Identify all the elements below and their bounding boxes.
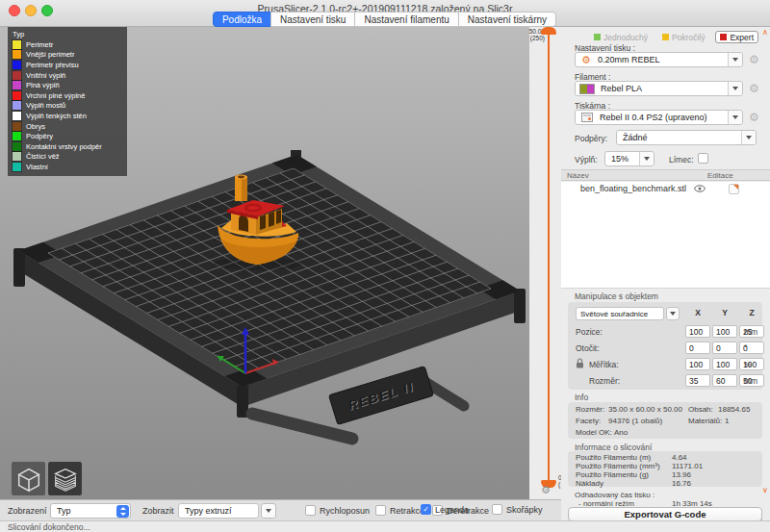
chevron-down-icon	[644, 157, 650, 161]
bed-name-plate: REBEL II REBEL II	[329, 366, 434, 424]
eye-visibility-icon[interactable]	[694, 185, 706, 192]
position-y-input[interactable]	[712, 325, 737, 338]
preview-layers-view-button[interactable]	[48, 462, 82, 495]
supports-combo[interactable]: Žádné	[616, 130, 757, 145]
object-list: ben_floating_benchmark.stl	[561, 182, 770, 289]
rotate-z-input[interactable]	[739, 342, 764, 354]
filament-m-label: Použito Filamentu (m)	[576, 453, 651, 462]
color-swatch	[13, 71, 21, 80]
color-swatch	[13, 132, 21, 140]
tab-printer-settings[interactable]: Nastavení tiskárny	[458, 12, 556, 27]
position-x-input[interactable]	[685, 325, 710, 338]
mode-expert-button[interactable]: Expert	[715, 31, 758, 43]
sidebar-scroll-up-icon[interactable]: ∧	[762, 29, 768, 37]
legend-checkbox[interactable]	[421, 504, 431, 515]
layer-slider-upper-handle[interactable]	[541, 27, 556, 35]
filament-dropdown-button[interactable]	[728, 82, 742, 95]
estimated-time-label: Odhadovaný čas tisku :	[575, 491, 654, 499]
advanced-mode-square-icon	[662, 34, 669, 40]
scale-y-input[interactable]	[712, 358, 737, 370]
scale-z-input[interactable]	[739, 358, 764, 370]
sidebar-scroll-down-icon[interactable]: ∨	[762, 487, 768, 494]
export-gcode-button[interactable]: Exportovat G-code	[568, 507, 762, 521]
3d-viewport[interactable]: REBEL II REBEL II	[0, 27, 529, 499]
filament-mm3-label: Použito Filamentu (mm³)	[576, 462, 660, 470]
mode-advanced-button[interactable]: Pokročilý	[658, 31, 708, 43]
printer-edit-gear-icon[interactable]: ⚙	[749, 112, 759, 123]
travel-checkbox[interactable]	[305, 505, 316, 516]
infill-dropdown-button[interactable]	[639, 152, 654, 165]
object-name: ben_floating_benchmark.stl	[561, 184, 694, 193]
object-list-row[interactable]: ben_floating_benchmark.stl	[561, 182, 770, 195]
retractions-checkbox[interactable]	[375, 505, 386, 516]
tab-plater[interactable]: Podložka	[213, 12, 271, 27]
chevron-down-icon	[670, 312, 676, 316]
legend-item: Vlastní	[13, 162, 122, 172]
show-dropdown-button[interactable]	[261, 503, 276, 519]
manipulation-panel: Světové souřadnice X Y Z Pozice: Otočit:…	[568, 302, 762, 390]
supports-dropdown-button[interactable]	[741, 131, 756, 144]
legend-item: Plná výplň	[13, 80, 122, 90]
scale-x-input[interactable]	[685, 358, 710, 370]
infill-combo[interactable]: 15%	[604, 151, 654, 166]
color-swatch	[13, 101, 21, 110]
bed-post-left	[13, 248, 25, 287]
legend-item: Vrchní plné výplně	[13, 90, 122, 101]
object-edit-icon[interactable]	[729, 184, 739, 194]
mode-simple-button[interactable]: Jednoduchý	[590, 31, 652, 43]
legend-item: Obrys	[13, 121, 122, 132]
color-swatch	[13, 61, 21, 69]
printer-combo[interactable]: Rebel II 0.4 PS2 (upraveno)	[575, 110, 743, 125]
coordinate-system-dropdown-button[interactable]	[666, 307, 680, 320]
axis-x-header: X	[685, 308, 710, 317]
scale-lock-icon[interactable]	[576, 358, 584, 368]
size-y-input[interactable]	[712, 374, 737, 387]
brim-checkbox[interactable]	[698, 153, 708, 164]
layer-slider-track[interactable]	[548, 32, 550, 482]
legend-item: Výplň mostů	[13, 101, 122, 112]
color-swatch	[13, 163, 21, 171]
layers-icon	[51, 465, 80, 494]
chevron-down-icon	[266, 509, 271, 513]
color-swatch	[13, 81, 21, 89]
materials-info-value: 1	[725, 417, 729, 425]
color-swatch	[13, 122, 21, 131]
rotate-x-input[interactable]	[685, 342, 710, 354]
position-unit: mm	[744, 327, 757, 337]
show-combo[interactable]: Typy extruzí	[178, 503, 259, 519]
printer-dropdown-button[interactable]	[728, 111, 742, 124]
coordinate-system-combo[interactable]: Světové souřadnice	[576, 307, 664, 320]
view-mode-toggle	[12, 462, 82, 495]
facets-info-label: Facety:	[576, 417, 601, 425]
size-info-value: 35.00 x 60.00 x 50.00	[608, 405, 682, 414]
legend-item: Čistící věž	[13, 152, 122, 163]
shells-checkbox[interactable]	[492, 504, 502, 515]
scale-label: Měřítka:	[589, 360, 619, 369]
status-bar: Slicování dokončeno...	[0, 520, 770, 532]
name-column-header: Název	[567, 171, 589, 180]
cube-icon	[14, 465, 43, 494]
scale-unit: %	[744, 360, 752, 369]
print-settings-dropdown-button[interactable]	[728, 53, 742, 66]
print-settings-combo[interactable]: ⚙ 0.20mm REBEL	[575, 52, 743, 67]
filament-combo[interactable]: Rebel PLA	[575, 81, 743, 96]
filament-color-swatch	[580, 85, 594, 93]
tab-print-settings[interactable]: Nastavení tisku	[270, 12, 355, 27]
color-swatch	[13, 112, 21, 120]
rotate-unit: °	[744, 343, 747, 353]
view-select[interactable]: Typ	[50, 503, 131, 519]
show-label: Zobrazit	[142, 506, 174, 516]
print-settings-edit-gear-icon[interactable]: ⚙	[749, 54, 759, 65]
size-x-input[interactable]	[685, 374, 710, 387]
brim-label: Límec:	[669, 155, 694, 165]
cost-value: 16.76	[672, 479, 691, 488]
tab-filament-settings[interactable]: Nastavení filamentu	[354, 12, 458, 27]
shells-checkbox-group: Skořápky	[492, 504, 543, 515]
layer-slider-settings-gear-icon[interactable]: ⚙	[541, 484, 551, 495]
infill-label: Výplň:	[575, 155, 598, 165]
rotate-label: Otočit:	[576, 343, 600, 353]
filament-edit-gear-icon[interactable]: ⚙	[749, 83, 759, 94]
3d-editor-view-button[interactable]	[12, 462, 45, 495]
rotate-y-input[interactable]	[712, 342, 737, 354]
simple-mode-square-icon	[594, 34, 601, 40]
